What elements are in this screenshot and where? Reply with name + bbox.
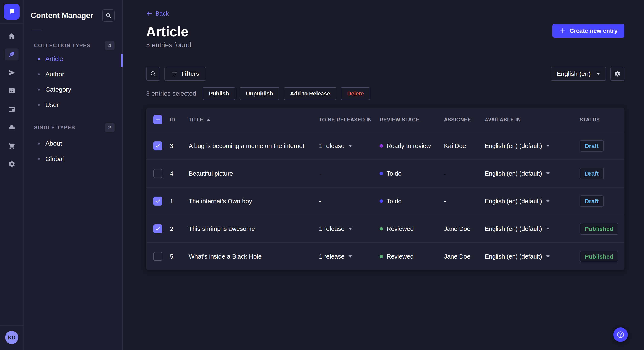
rail-bottom: KD [0, 325, 24, 350]
bullet-icon [38, 143, 40, 145]
entry-id: 2 [170, 225, 189, 232]
row-checkbox[interactable] [153, 169, 162, 178]
strapi-logo-button[interactable] [0, 0, 24, 24]
question-mark-icon [616, 331, 625, 339]
strapi-logo-icon [4, 4, 20, 19]
filters-button[interactable]: Filters [164, 67, 206, 81]
single-types-section: SINGLE TYPES 2 About Global [31, 123, 114, 167]
entry-id: 1 [170, 198, 189, 205]
entry-id: 3 [170, 143, 189, 150]
indeterminate-dash-icon [154, 117, 161, 123]
nav-content-manager-feather-icon[interactable] [5, 48, 18, 60]
page-title: Article [146, 24, 191, 39]
entry-release-value: - [319, 170, 321, 177]
column-header-id[interactable]: ID [170, 117, 189, 123]
chevron-down-icon [546, 173, 550, 175]
entry-release[interactable]: 1 release [319, 253, 380, 260]
sidebar-item-category[interactable]: Category [31, 82, 114, 97]
avatar[interactable]: KD [5, 331, 18, 344]
delete-button[interactable]: Delete [341, 87, 370, 100]
app-root: KD Content Manager COLLECTION TYPES 4 Ar… [0, 0, 644, 350]
nav-deploy-cloud-icon[interactable] [5, 122, 18, 134]
bullet-icon [38, 158, 40, 160]
sidebar-item-author[interactable]: Author [31, 67, 114, 82]
row-checkbox[interactable] [153, 252, 162, 261]
row-checkbox[interactable] [153, 141, 162, 150]
create-new-entry-button[interactable]: Create new entry [552, 24, 624, 38]
nav-media-library-images-icon[interactable] [5, 85, 18, 97]
entry-locale[interactable]: English (en) (default) [485, 198, 580, 205]
selection-count-text: 3 entries selected [146, 90, 196, 97]
status-badge: Draft [580, 140, 604, 152]
entry-assignee: - [444, 170, 485, 177]
sidebar-item-user[interactable]: User [31, 97, 114, 113]
entry-assignee: Jane Doe [444, 225, 485, 232]
entry-release: - [319, 170, 380, 177]
nav-home-icon[interactable] [5, 30, 18, 42]
toolbar: Filters English (en) [146, 67, 624, 81]
table-row[interactable]: 2This shrimp is awesome1 releaseReviewed… [146, 215, 624, 242]
select-all-checkbox[interactable] [153, 115, 162, 124]
sort-ascending-icon [206, 119, 210, 121]
locale-select[interactable]: English (en) [551, 67, 606, 81]
publish-button[interactable]: Publish [202, 87, 235, 100]
table-row[interactable]: 1The internet's Own boy-To do-English (e… [146, 187, 624, 215]
main-nav-rail: KD [0, 0, 24, 350]
status-badge: Draft [580, 195, 604, 207]
entry-release[interactable]: 1 release [319, 143, 380, 150]
add-to-release-button[interactable]: Add to Release [284, 87, 336, 100]
review-stage-label: Ready to review [386, 143, 431, 150]
entry-locale-value: English (en) (default) [485, 253, 542, 260]
status-badge: Published [580, 223, 618, 234]
rail-nav [5, 24, 18, 170]
column-header-available-in[interactable]: AVAILABLE IN [485, 117, 580, 123]
search-icon [150, 71, 156, 77]
entry-locale[interactable]: English (en) (default) [485, 253, 580, 260]
sidebar-search-button[interactable] [102, 9, 114, 22]
view-settings-button[interactable] [610, 67, 624, 81]
entry-title: Beautiful picture [189, 170, 319, 177]
review-stage-label: Reviewed [386, 225, 414, 232]
column-header-title[interactable]: TITLE [189, 117, 319, 123]
content-manager-sidebar: Content Manager COLLECTION TYPES 4 Artic… [24, 0, 123, 350]
back-link[interactable]: Back [146, 10, 169, 17]
entry-title: This shrimp is awesome [189, 225, 319, 232]
entry-locale[interactable]: English (en) (default) [485, 143, 580, 150]
chevron-down-icon [596, 73, 600, 75]
nav-content-type-builder-layout-icon[interactable] [5, 103, 18, 115]
nav-settings-gear-icon[interactable] [5, 158, 18, 170]
entry-review-stage: Reviewed [380, 253, 444, 260]
review-stage-dot-icon [380, 199, 383, 203]
sidebar-item-about[interactable]: About [31, 136, 114, 151]
entry-title: The internet's Own boy [189, 198, 319, 205]
sidebar-item-label: About [45, 140, 62, 147]
column-header-status[interactable]: STATUS [580, 117, 618, 123]
column-header-assignee[interactable]: ASSIGNEE [444, 117, 485, 123]
search-button[interactable] [146, 67, 160, 81]
table-row[interactable]: 5What's inside a Black Hole1 releaseRevi… [146, 242, 624, 270]
entry-locale-value: English (en) (default) [485, 143, 542, 150]
review-stage-dot-icon [380, 227, 383, 230]
plus-icon [559, 28, 566, 34]
entry-title: What's inside a Black Hole [189, 253, 319, 260]
entry-locale[interactable]: English (en) (default) [485, 225, 580, 232]
entry-locale[interactable]: English (en) (default) [485, 170, 580, 177]
entry-release[interactable]: 1 release [319, 225, 380, 232]
entry-review-stage: Reviewed [380, 225, 444, 232]
help-button[interactable] [613, 328, 628, 342]
table-row[interactable]: 3A bug is becoming a meme on the interne… [146, 132, 624, 160]
sidebar-item-article[interactable]: Article [31, 51, 114, 67]
nav-marketplace-cart-icon[interactable] [5, 140, 18, 152]
row-checkbox[interactable] [153, 197, 162, 206]
unpublish-button[interactable]: Unpublish [240, 87, 280, 100]
filter-icon [171, 71, 178, 77]
nav-releases-paper-plane-icon[interactable] [5, 67, 18, 79]
column-header-to-be-released-in[interactable]: TO BE RELEASED IN [319, 117, 380, 123]
entry-locale-value: English (en) (default) [485, 198, 542, 205]
table-row[interactable]: 4Beautiful picture-To do-English (en) (d… [146, 160, 624, 187]
column-header-review-stage[interactable]: REVIEW STAGE [380, 117, 444, 123]
entry-release-value: 1 release [319, 253, 344, 260]
chevron-down-icon [546, 200, 550, 202]
sidebar-item-global[interactable]: Global [31, 151, 114, 167]
row-checkbox[interactable] [153, 224, 162, 233]
